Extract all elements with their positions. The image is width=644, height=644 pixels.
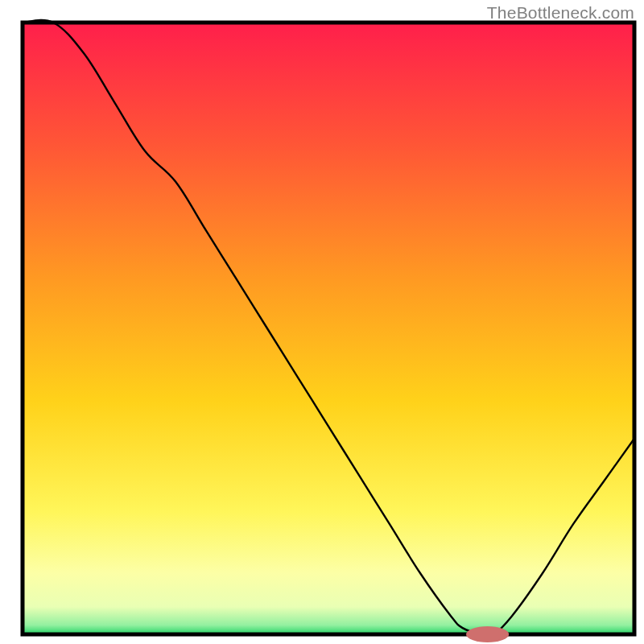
- chart-svg: [0, 0, 644, 644]
- gradient-background: [23, 23, 634, 634]
- bottleneck-chart: TheBottleneck.com: [0, 0, 644, 644]
- optimal-marker: [466, 626, 509, 642]
